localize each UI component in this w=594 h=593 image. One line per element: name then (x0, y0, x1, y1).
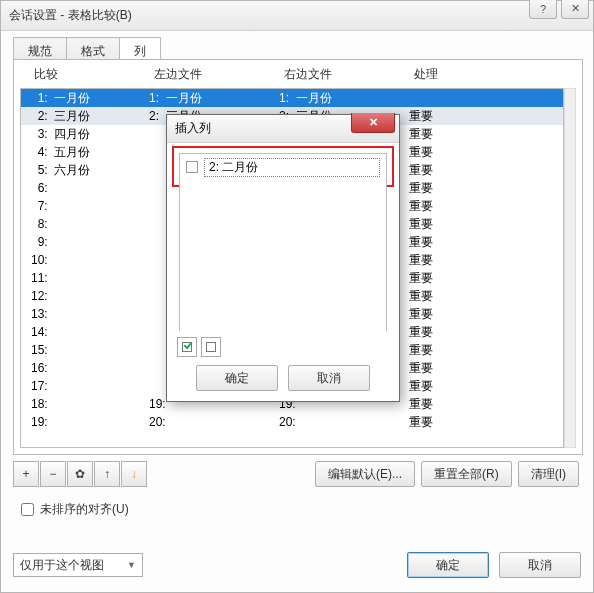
hdr-right: 右边文件 (284, 66, 414, 83)
cancel-button[interactable]: 取消 (499, 552, 581, 578)
dialog-title: 插入列 (175, 120, 211, 137)
move-up-button[interactable]: ↑ (94, 461, 120, 487)
hdr-handle: 处理 (414, 66, 582, 83)
unsorted-label: 未排序的对齐(U) (40, 501, 129, 518)
table-row[interactable]: 1: 一月份1: 一月份1: 一月份 (21, 89, 563, 107)
clear-button[interactable]: 清理(I) (518, 461, 579, 487)
dialog-close-button[interactable]: ✕ (351, 113, 395, 133)
remove-button[interactable]: − (40, 461, 66, 487)
reset-all-button[interactable]: 重置全部(R) (421, 461, 512, 487)
scrollbar[interactable] (564, 88, 576, 448)
hdr-left: 左边文件 (154, 66, 284, 83)
item-checkbox[interactable] (186, 161, 198, 173)
column-headers: 比较 左边文件 右边文件 处理 (14, 60, 582, 87)
unsorted-checkbox-input[interactable] (21, 503, 34, 516)
move-down-button[interactable]: ↓ (121, 461, 147, 487)
add-button[interactable]: + (13, 461, 39, 487)
settings-button[interactable]: ✿ (67, 461, 93, 487)
item-label: 2: 二月份 (204, 158, 380, 177)
edit-default-button[interactable]: 编辑默认(E)... (315, 461, 415, 487)
dialog-list[interactable]: 2: 二月份 (179, 153, 387, 341)
dialog-footer: 确定 取消 (167, 331, 399, 401)
list-toolbar: + − ✿ ↑ ↓ (13, 461, 147, 487)
check-all-button[interactable] (177, 337, 197, 357)
action-buttons: 编辑默认(E)... 重置全部(R) 清理(I) (315, 461, 579, 487)
help-button[interactable]: ? (529, 0, 557, 19)
unsorted-align-checkbox[interactable]: 未排序的对齐(U) (21, 501, 129, 518)
ok-button[interactable]: 确定 (407, 552, 489, 578)
hdr-compare: 比较 (34, 66, 154, 83)
uncheck-all-button[interactable] (201, 337, 221, 357)
dialog-titlebar: 插入列 ✕ (167, 115, 399, 143)
chevron-down-icon: ▼ (127, 560, 136, 570)
table-row[interactable]: 19: 20: 20: 重要 (21, 413, 563, 431)
insert-column-dialog: 插入列 ✕ 2: 二月份 确定 取消 (166, 114, 400, 402)
dialog-ok-button[interactable]: 确定 (196, 365, 278, 391)
dialog-cancel-button[interactable]: 取消 (288, 365, 370, 391)
scope-combo[interactable]: 仅用于这个视图 ▼ (13, 553, 143, 577)
window-title: 会话设置 - 表格比较(B) (9, 7, 132, 24)
titlebar: 会话设置 - 表格比较(B) ? ✕ (1, 1, 593, 31)
footer: 仅用于这个视图 ▼ 确定 取消 (13, 552, 581, 578)
dialog-list-item[interactable]: 2: 二月份 (186, 158, 380, 176)
scope-value: 仅用于这个视图 (20, 557, 104, 574)
close-button[interactable]: ✕ (561, 0, 589, 19)
